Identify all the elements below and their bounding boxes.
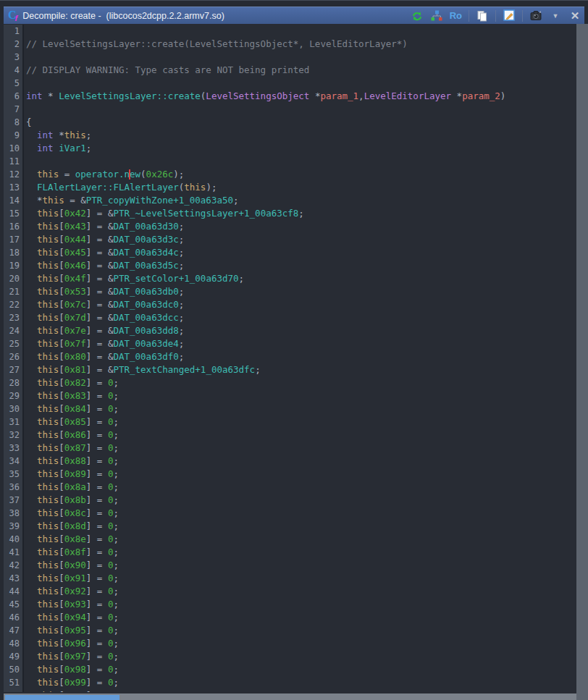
copy-icon xyxy=(476,10,488,22)
code-line[interactable]: 42 this[0x90] = 0; xyxy=(4,559,576,572)
horizontal-scrollbar[interactable] xyxy=(4,692,576,700)
code-text: this[0x94] = 0; xyxy=(24,611,119,624)
code-line[interactable]: 46 this[0x94] = 0; xyxy=(4,611,576,624)
horizontal-scrollbar-thumb[interactable] xyxy=(5,695,119,700)
code-line[interactable]: 9 int *this; xyxy=(4,129,576,142)
code-line[interactable]: 35 this[0x89] = 0; xyxy=(4,468,576,481)
decompiler-c-icon: Cf xyxy=(8,9,17,22)
code-line[interactable]: 13 FLAlertLayer::FLAlertLayer(this); xyxy=(4,181,576,194)
code-line[interactable]: 33 this[0x87] = 0; xyxy=(4,442,576,455)
code-text: this[0x8b] = 0; xyxy=(24,494,119,507)
ro-label: Ro xyxy=(450,10,462,21)
code-line[interactable]: 21 this[0x53] = &DAT_00a63db0; xyxy=(4,285,576,298)
code-line[interactable]: 15 this[0x42] = &PTR_~LevelSettingsLayer… xyxy=(4,207,576,220)
code-text: // DISPLAY WARNING: Type casts are NOT b… xyxy=(24,64,309,77)
vertical-scrollbar[interactable] xyxy=(576,24,588,700)
line-number: 21 xyxy=(4,285,24,298)
code-line[interactable]: 20 this[0x4f] = &PTR_setColor+1_00a63d70… xyxy=(4,272,576,285)
line-number: 16 xyxy=(4,220,24,233)
code-line[interactable]: 3 xyxy=(4,51,576,64)
code-line[interactable]: 36 this[0x8a] = 0; xyxy=(4,481,576,494)
code-line[interactable]: 29 this[0x83] = 0; xyxy=(4,389,576,402)
code-text: this[0x81] = &PTR_textChanged+1_00a63dfc… xyxy=(24,363,261,376)
code-text: *this = &PTR_copyWithZone+1_00a63a50; xyxy=(24,194,239,207)
code-line[interactable]: 27 this[0x81] = &PTR_textChanged+1_00a63… xyxy=(4,363,576,376)
code-line[interactable]: 12 this = operator.new(0x26c); xyxy=(4,168,576,181)
line-number: 2 xyxy=(4,38,24,51)
line-number: 28 xyxy=(4,376,24,389)
code-line[interactable]: 1 xyxy=(4,25,576,38)
code-text: this[0x91] = 0; xyxy=(24,572,119,585)
snapshot-button[interactable] xyxy=(529,9,542,22)
code-line[interactable]: 30 this[0x84] = 0; xyxy=(4,402,576,416)
code-text: { xyxy=(24,116,32,129)
code-line[interactable]: 16 this[0x43] = &DAT_00a63d30; xyxy=(4,220,576,233)
code-line[interactable]: 39 this[0x8d] = 0; xyxy=(4,520,576,533)
line-number: 44 xyxy=(4,585,24,598)
ro-button[interactable]: Ro xyxy=(450,9,462,22)
code-line[interactable]: 40 this[0x8e] = 0; xyxy=(4,533,576,546)
line-number: 17 xyxy=(4,233,24,246)
code-text: this[0x99] = 0; xyxy=(24,676,119,689)
code-line[interactable]: 47 this[0x95] = 0; xyxy=(4,624,576,637)
code-text: this[0x7c] = &DAT_00a63dc0; xyxy=(24,298,184,311)
refresh-button[interactable] xyxy=(411,9,424,22)
code-line[interactable]: 45 this[0x93] = 0; xyxy=(4,598,576,611)
code-line[interactable]: 24 this[0x7e] = &DAT_00a63dd8; xyxy=(4,324,576,337)
code-text: // LevelSettingsLayer::create(LevelSetti… xyxy=(24,38,408,51)
code-line[interactable]: 8{ xyxy=(4,116,576,129)
code-line[interactable]: 51 this[0x99] = 0; xyxy=(4,676,576,689)
code-line[interactable]: 14 *this = &PTR_copyWithZone+1_00a63a50; xyxy=(4,194,576,207)
code-line[interactable]: 18 this[0x45] = &DAT_00a63d4c; xyxy=(4,246,576,259)
close-button[interactable]: ✕ xyxy=(568,9,581,22)
code-text: this[0x4f] = &PTR_setColor+1_00a63d70; xyxy=(24,272,244,285)
code-line[interactable]: 43 this[0x91] = 0; xyxy=(4,572,576,585)
code-line[interactable]: 28 this[0x82] = 0; xyxy=(4,376,576,389)
line-number: 9 xyxy=(4,129,24,142)
line-number: 14 xyxy=(4,194,24,207)
line-number: 20 xyxy=(4,272,24,285)
code-line[interactable]: 10 int iVar1; xyxy=(4,142,576,155)
code-line[interactable]: 22 this[0x7c] = &DAT_00a63dc0; xyxy=(4,298,576,311)
code-line[interactable]: 2// LevelSettingsLayer::create(LevelSett… xyxy=(4,38,576,51)
code-line[interactable]: 41 this[0x8f] = 0; xyxy=(4,546,576,559)
titlebar[interactable]: Cf Decompile: create - (libcocos2dcpp.2.… xyxy=(4,7,584,24)
code-text: this[0x86] = 0; xyxy=(24,429,119,442)
code-listing: 12// LevelSettingsLayer::create(LevelSet… xyxy=(4,25,576,692)
panel-menu-button[interactable]: ▼ xyxy=(549,9,562,22)
code-line[interactable]: 50 this[0x98] = 0; xyxy=(4,663,576,676)
code-text: this[0x98] = 0; xyxy=(24,663,119,676)
code-line[interactable]: 25 this[0x7f] = &DAT_00a63de4; xyxy=(4,337,576,350)
line-number: 34 xyxy=(4,455,24,468)
code-line[interactable]: 26 this[0x80] = &DAT_00a63df0; xyxy=(4,350,576,363)
code-line[interactable]: 5 xyxy=(4,77,576,90)
code-line[interactable]: 49 this[0x97] = 0; xyxy=(4,650,576,663)
code-text: this[0x44] = &DAT_00a63d3c; xyxy=(24,233,184,246)
window-title: Decompile: create - (libcocos2dcpp.2.2.a… xyxy=(22,11,410,21)
code-line[interactable]: 38 this[0x8c] = 0; xyxy=(4,507,576,520)
code-line[interactable]: 32 this[0x86] = 0; xyxy=(4,429,576,442)
code-text: this = operator.new(0x26c); xyxy=(24,168,184,181)
code-line[interactable]: 17 this[0x44] = &DAT_00a63d3c; xyxy=(4,233,576,246)
code-line[interactable]: 23 this[0x7d] = &DAT_00a63dcc; xyxy=(4,311,576,324)
code-text: int * LevelSettingsLayer::create(LevelSe… xyxy=(24,90,505,103)
code-line[interactable]: 6int * LevelSettingsLayer::create(LevelS… xyxy=(4,90,576,103)
code-text: int iVar1; xyxy=(24,142,91,155)
code-line[interactable]: 37 this[0x8b] = 0; xyxy=(4,494,576,507)
code-line[interactable]: 11 xyxy=(4,155,576,168)
code-line[interactable]: 44 this[0x92] = 0; xyxy=(4,585,576,598)
code-line[interactable]: 31 this[0x85] = 0; xyxy=(4,416,576,429)
code-text xyxy=(24,103,26,116)
code-line[interactable]: 48 this[0x96] = 0; xyxy=(4,637,576,650)
edit-button[interactable] xyxy=(503,9,516,22)
copy-button[interactable] xyxy=(476,9,489,22)
code-line[interactable]: 19 this[0x46] = &DAT_00a63d5c; xyxy=(4,259,576,272)
line-number: 12 xyxy=(4,168,24,181)
code-line[interactable]: 34 this[0x88] = 0; xyxy=(4,455,576,468)
code-line[interactable]: 7 xyxy=(4,103,576,116)
code-text: this[0x8a] = 0; xyxy=(24,481,119,494)
graph-button[interactable] xyxy=(430,9,443,22)
code-text: this[0x93] = 0; xyxy=(24,598,119,611)
line-number: 32 xyxy=(4,429,24,442)
code-line[interactable]: 4// DISPLAY WARNING: Type casts are NOT … xyxy=(4,64,576,77)
